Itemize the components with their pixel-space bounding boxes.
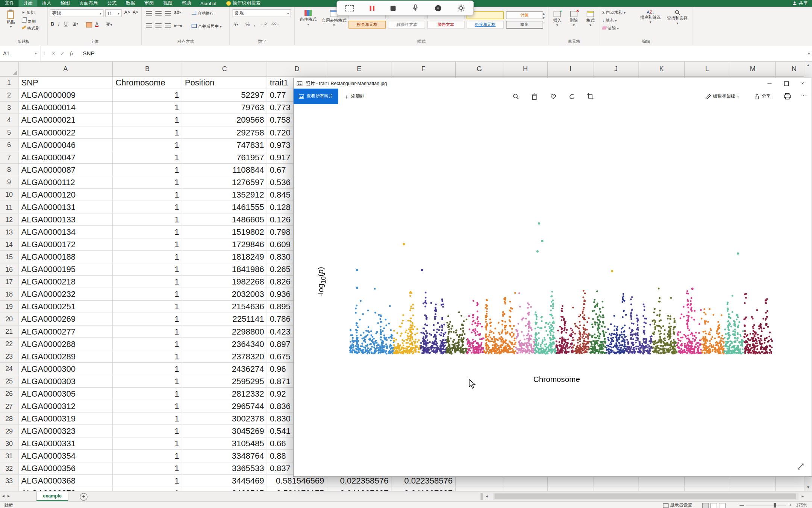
row-header-23[interactable]: 23: [0, 350, 19, 363]
col-header-D[interactable]: D: [267, 61, 327, 77]
orientation-button[interactable]: ab▾: [174, 10, 181, 15]
cell[interactable]: 1: [113, 388, 182, 400]
cell[interactable]: 1729846: [182, 239, 267, 251]
cell[interactable]: 1: [113, 338, 182, 350]
cell[interactable]: 2032003: [182, 288, 267, 301]
cell[interactable]: 209568: [182, 114, 267, 126]
cell[interactable]: 1: [113, 438, 182, 450]
cell[interactable]: 2595295: [182, 375, 267, 388]
cell[interactable]: 1: [113, 189, 182, 201]
page-layout-view-button[interactable]: [710, 503, 717, 508]
clear-button[interactable]: 清除 ▾: [602, 26, 635, 30]
row-header-30[interactable]: 30: [0, 438, 19, 450]
cell[interactable]: 2154636: [182, 301, 267, 313]
cell[interactable]: 1: [113, 301, 182, 313]
fill-button[interactable]: ↓ 填充 ▾: [602, 18, 635, 23]
cell[interactable]: ALGA0000232: [19, 288, 113, 301]
hscroll-left-icon[interactable]: ◂: [486, 494, 488, 499]
confirm-entry-icon[interactable]: ✓: [60, 50, 65, 56]
row-header-25[interactable]: 25: [0, 375, 19, 388]
cell[interactable]: 1982268: [182, 276, 267, 288]
cell[interactable]: 3348764: [182, 450, 267, 462]
cell[interactable]: ALGA0000009: [19, 89, 113, 102]
cell[interactable]: 1: [113, 375, 182, 388]
cell[interactable]: 1: [113, 102, 182, 114]
row-header-13[interactable]: 13: [0, 226, 19, 239]
delete-cells-button[interactable]: × 删除 ▾: [566, 11, 582, 27]
number-format-select[interactable]: 常规▾: [233, 9, 291, 17]
print-button[interactable]: [783, 92, 791, 100]
page-break-view-button[interactable]: [719, 503, 726, 508]
row-header-28[interactable]: 28: [0, 413, 19, 425]
cell[interactable]: ALGA0000305: [19, 388, 113, 400]
col-header-B[interactable]: B: [113, 61, 182, 77]
settings-gear-button[interactable]: [458, 4, 465, 12]
row-header-20[interactable]: 20: [0, 313, 19, 325]
microphone-button[interactable]: [412, 4, 419, 12]
row-header-9[interactable]: 9: [0, 176, 19, 189]
cell[interactable]: [594, 487, 639, 491]
paste-button[interactable]: 粘贴 ▾: [2, 9, 20, 29]
cell[interactable]: 2436274: [182, 363, 267, 375]
col-header-F[interactable]: F: [391, 61, 456, 77]
cell[interactable]: 1: [113, 164, 182, 176]
row-header-3[interactable]: 3: [0, 102, 19, 114]
cell[interactable]: ALGA0000289: [19, 350, 113, 363]
cell[interactable]: 1: [113, 214, 182, 226]
align-center-icon[interactable]: [155, 23, 162, 28]
tell-me-search[interactable]: 操作说明搜索: [226, 0, 261, 7]
cell[interactable]: 1: [113, 239, 182, 251]
cell[interactable]: 1108844: [182, 164, 267, 176]
webcam-button[interactable]: [435, 5, 441, 11]
photos-title-bar[interactable]: 照片 - trait1.Rectangular-Manhattan.jpg ×: [294, 78, 812, 89]
cell[interactable]: 1: [113, 251, 182, 263]
zoom-in-button[interactable]: +: [789, 502, 792, 508]
gallery-scroll-buttons[interactable]: ▲▼≡: [542, 11, 545, 25]
cell[interactable]: ALGA0000021: [19, 114, 113, 126]
format-cells-button[interactable]: 格式 ▾: [583, 11, 598, 27]
style-chip-calculation[interactable]: 计算: [506, 11, 543, 19]
cell[interactable]: ALGA0000134: [19, 226, 113, 239]
cell[interactable]: ALGA0000356: [19, 462, 113, 475]
cell[interactable]: ALGA0000251: [19, 301, 113, 313]
cut-button[interactable]: ✂ 剪切: [22, 11, 47, 15]
cell[interactable]: 1: [113, 263, 182, 276]
menu-tab-10[interactable]: Acrobat: [196, 0, 221, 7]
font-size-select[interactable]: 11▾: [105, 9, 122, 17]
col-header-A[interactable]: A: [19, 61, 113, 77]
cell[interactable]: 3365533: [182, 462, 267, 475]
cell[interactable]: 1: [113, 89, 182, 102]
formula-bar-expand-icon[interactable]: ▾: [808, 51, 810, 56]
select-all-corner[interactable]: [0, 61, 19, 77]
conditional-formatting-button[interactable]: 条件格式 ▾: [296, 10, 321, 26]
cell[interactable]: 747831: [182, 139, 267, 151]
row-header-31[interactable]: 31: [0, 450, 19, 462]
merge-center-button[interactable]: 合并后居中 ▾: [192, 24, 230, 29]
rotate-button[interactable]: [568, 92, 576, 100]
cell[interactable]: ALGA0000218: [19, 276, 113, 288]
cell[interactable]: ALGA0000087: [19, 164, 113, 176]
favorite-button[interactable]: [549, 92, 557, 100]
cell[interactable]: ALGA0000133: [19, 214, 113, 226]
cell[interactable]: 1: [113, 325, 182, 338]
cell[interactable]: ALGA0000303: [19, 375, 113, 388]
cell[interactable]: 1: [113, 413, 182, 425]
cell[interactable]: [548, 487, 593, 491]
menu-tab-9[interactable]: 帮助: [177, 0, 196, 7]
style-chip-linked-cell[interactable]: 链接单元格: [467, 21, 504, 29]
align-right-icon[interactable]: [165, 23, 171, 28]
cell[interactable]: 1: [113, 450, 182, 462]
cell[interactable]: 1352912: [182, 189, 267, 201]
share-photo-button[interactable]: 分享: [754, 89, 771, 104]
row-header-32[interactable]: 32: [0, 462, 19, 475]
comma-style-button[interactable]: ,: [254, 22, 255, 27]
cell[interactable]: 1: [113, 400, 182, 412]
crop-button[interactable]: [586, 92, 594, 100]
cell[interactable]: 0.521170175: [267, 487, 327, 491]
col-header-K[interactable]: K: [639, 61, 685, 77]
row-header-4[interactable]: 4: [0, 114, 19, 126]
align-top-icon[interactable]: [146, 11, 152, 15]
cell[interactable]: ALGA0000120: [19, 189, 113, 201]
row-header-18[interactable]: 18: [0, 288, 19, 301]
horizontal-scrollbar[interactable]: [493, 493, 798, 500]
